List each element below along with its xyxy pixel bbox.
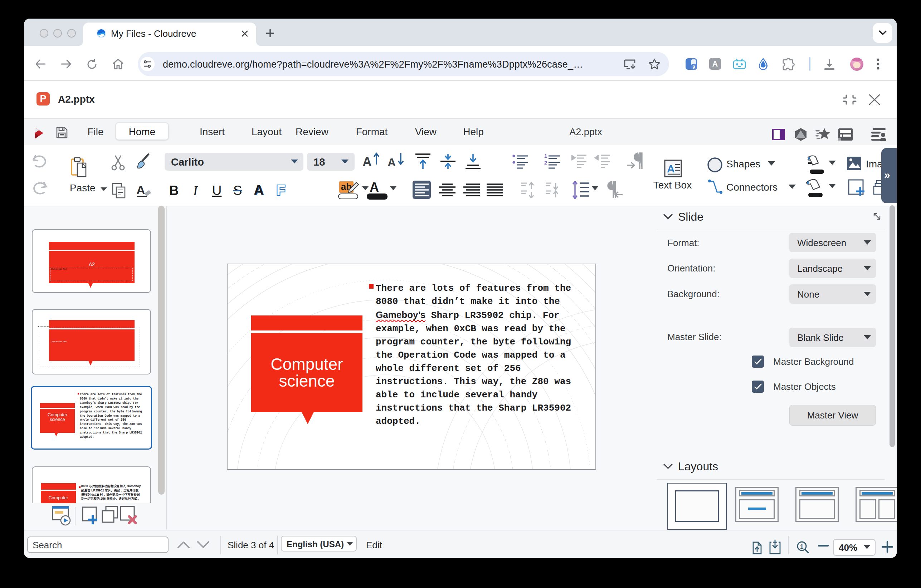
svg-text:1: 1: [544, 154, 547, 159]
svg-text:1: 1: [800, 543, 803, 550]
svg-text:9: 9: [692, 64, 695, 70]
svg-text:A: A: [667, 163, 675, 175]
svg-text:A: A: [136, 183, 145, 197]
svg-text:2: 2: [544, 159, 547, 166]
